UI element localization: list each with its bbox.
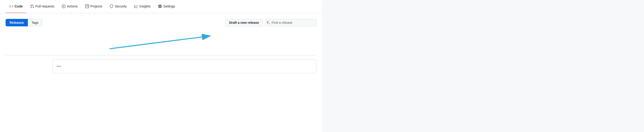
main-content: Releases Tags Draft a new release <box>0 13 322 132</box>
nav-item-pull-requests[interactable]: Pull requests <box>26 0 58 13</box>
find-release-wrapper <box>265 19 316 26</box>
insights-icon <box>134 4 138 8</box>
card-placeholder: ··· <box>56 63 61 69</box>
releases-tabs: Releases Tags <box>6 19 42 26</box>
nav-item-settings[interactable]: Settings <box>154 0 179 13</box>
nav-code-label: Code <box>14 4 23 8</box>
nav-item-actions[interactable]: Actions <box>58 0 82 13</box>
code-icon <box>9 4 13 8</box>
nav-item-code[interactable]: Code <box>6 0 26 13</box>
nav-settings-label: Settings <box>163 4 175 8</box>
nav-pull-requests-label: Pull requests <box>35 4 54 8</box>
draft-new-release-button[interactable]: Draft a new release <box>225 19 263 26</box>
tab-tags[interactable]: Tags <box>28 19 42 26</box>
top-nav: Code Pull requests Actions Projects <box>0 0 322 13</box>
partial-release-card: ··· <box>52 59 316 73</box>
tab-releases[interactable]: Releases <box>6 19 28 26</box>
nav-insights-label: Insights <box>139 4 150 8</box>
arrow-svg <box>102 31 220 52</box>
pull-request-icon <box>30 4 34 8</box>
releases-bar: Releases Tags Draft a new release <box>6 19 316 26</box>
nav-projects-label: Projects <box>90 4 102 8</box>
nav-actions-label: Actions <box>67 4 78 8</box>
settings-icon <box>158 4 162 8</box>
arrow-annotation <box>6 30 316 53</box>
search-icon <box>267 21 270 24</box>
find-release-input[interactable] <box>265 19 316 26</box>
content-divider <box>6 55 316 56</box>
security-icon <box>110 4 113 8</box>
svg-line-1 <box>110 36 210 49</box>
nav-item-security[interactable]: Security <box>106 0 130 13</box>
nav-security-label: Security <box>115 4 127 8</box>
actions-icon <box>62 4 66 8</box>
nav-item-insights[interactable]: Insights <box>130 0 154 13</box>
nav-item-projects[interactable]: Projects <box>82 0 106 13</box>
right-controls: Draft a new release <box>225 19 316 26</box>
projects-icon <box>85 4 89 8</box>
